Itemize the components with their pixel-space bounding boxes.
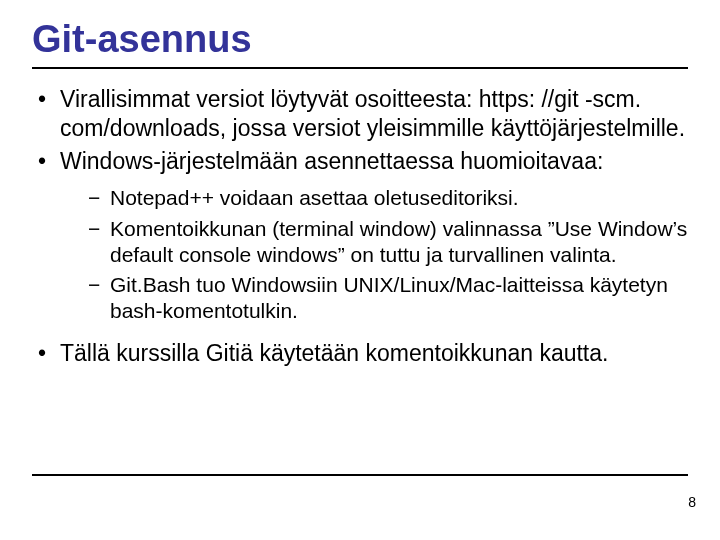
bullet-list: Virallisimmat versiot löytyvät osoittees… (32, 85, 688, 325)
bullet-item: Virallisimmat versiot löytyvät osoittees… (32, 85, 688, 143)
sub-bullet-item: Git.Bash tuo Windowsiin UNIX/Linux/Mac-l… (88, 272, 688, 325)
bullet-text: Windows-järjestelmään asennettaessa huom… (60, 148, 603, 174)
bullet-item: Windows-järjestelmään asennettaessa huom… (32, 147, 688, 325)
bullet-list: Tällä kurssilla Gitiä käytetään komentoi… (32, 339, 688, 368)
slide-content: Virallisimmat versiot löytyvät osoittees… (32, 85, 688, 367)
sub-bullet-text: Notepad++ voidaan asettaa oletuseditorik… (110, 186, 519, 209)
slide: Git-asennus Virallisimmat versiot löytyv… (0, 0, 720, 540)
sub-bullet-text: Git.Bash tuo Windowsiin UNIX/Linux/Mac-l… (110, 273, 668, 322)
bullet-text: Tällä kurssilla Gitiä käytetään komentoi… (60, 340, 608, 366)
page-number: 8 (688, 494, 696, 510)
bullet-text: Virallisimmat versiot löytyvät osoittees… (60, 86, 685, 141)
slide-title: Git-asennus (32, 18, 688, 69)
bullet-item: Tällä kurssilla Gitiä käytetään komentoi… (32, 339, 688, 368)
sub-bullet-item: Komentoikkunan (terminal window) valinna… (88, 216, 688, 269)
sub-bullet-text: Komentoikkunan (terminal window) valinna… (110, 217, 687, 266)
sub-bullet-item: Notepad++ voidaan asettaa oletuseditorik… (88, 185, 688, 211)
footer-divider (32, 474, 688, 476)
sub-bullet-list: Notepad++ voidaan asettaa oletuseditorik… (60, 185, 688, 324)
